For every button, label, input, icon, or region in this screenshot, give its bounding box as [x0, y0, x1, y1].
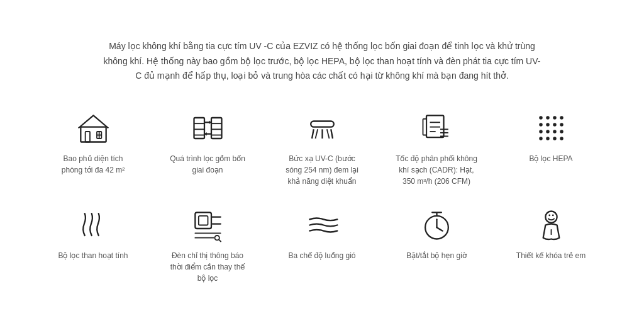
svg-line-48: [218, 239, 221, 242]
svg-rect-25: [423, 119, 426, 135]
svg-point-41: [539, 137, 543, 140]
feature-item-uvc-radiation: Bức xạ UV-C (bước sóng 254 nm) đem lại k…: [268, 109, 376, 187]
feature-item-indicator: Đèn chỉ thị thông báo thời điểm cần thay…: [153, 206, 262, 284]
svg-point-35: [553, 123, 557, 127]
carbon-icon: [74, 206, 112, 244]
svg-rect-1: [85, 132, 89, 142]
svg-point-42: [546, 137, 550, 140]
svg-point-43: [553, 137, 557, 140]
feature-item-child-lock: Thiết kế khóa trẻ em: [497, 206, 605, 284]
features-grid: Bao phủ diện tích phòng tới đa 42 m² Quá…: [39, 109, 605, 284]
svg-point-39: [553, 130, 557, 133]
feature-label-uvc-radiation: Bức xạ UV-C (bước sóng 254 nm) đem lại k…: [281, 153, 363, 187]
feature-item-timer: Bật/tắt bộ hẹn giờ: [382, 206, 491, 284]
timer-icon: [418, 206, 455, 244]
svg-point-44: [560, 137, 564, 140]
svg-point-32: [560, 116, 564, 120]
feature-label-hepa: Bộ lọc HEPA: [529, 153, 572, 164]
svg-point-37: [539, 130, 543, 133]
svg-line-19: [315, 129, 318, 139]
svg-rect-15: [311, 121, 334, 127]
feature-item-cadr: Tốc độ phân phối không khí sạch (CADR): …: [382, 109, 491, 187]
svg-point-55: [548, 214, 550, 216]
feature-label-wind-modes: Ba chế độ luồng gió: [288, 250, 355, 261]
child-lock-icon: [532, 206, 570, 244]
svg-point-33: [539, 123, 543, 127]
wind-modes-icon: [303, 206, 341, 244]
svg-line-18: [331, 129, 333, 139]
svg-line-20: [326, 129, 329, 139]
svg-point-34: [546, 123, 550, 127]
feature-item-coverage: Bao phủ diện tích phòng tới đa 42 m²: [39, 109, 147, 187]
svg-point-31: [553, 116, 557, 120]
svg-rect-46: [198, 216, 208, 225]
feature-label-filtration-stages: Quá trình lọc gồm bốn giai đoạn: [167, 153, 248, 176]
feature-item-wind-modes: Ba chế độ luồng gió: [268, 206, 376, 284]
feature-label-indicator: Đèn chỉ thị thông báo thời điểm cần thay…: [167, 250, 248, 284]
svg-rect-0: [80, 127, 106, 142]
svg-point-29: [539, 116, 543, 120]
svg-point-56: [552, 214, 553, 216]
svg-point-47: [214, 235, 219, 240]
svg-point-38: [546, 130, 550, 133]
indicator-icon: [189, 206, 226, 244]
svg-point-30: [546, 116, 550, 120]
feature-item-carbon: Bộ lọc than hoạt tính: [39, 206, 147, 284]
cadr-icon: [418, 109, 455, 147]
feature-item-hepa: Bộ lọc HEPA: [497, 109, 605, 187]
hepa-icon: [532, 109, 570, 147]
svg-point-36: [560, 123, 564, 127]
svg-line-16: [312, 129, 314, 139]
feature-label-child-lock: Thiết kế khóa trẻ em: [516, 250, 586, 261]
svg-line-51: [436, 227, 442, 231]
feature-label-timer: Bật/tắt bộ hẹn giờ: [406, 250, 467, 261]
svg-rect-45: [195, 212, 211, 229]
feature-label-coverage: Bao phủ diện tích phòng tới đa 42 m²: [52, 153, 134, 176]
feature-item-filtration-stages: Quá trình lọc gồm bốn giai đoạn: [153, 109, 262, 187]
product-description: Máy lọc không khí bằng tia cực tím UV -C…: [102, 39, 542, 84]
svg-point-54: [545, 211, 557, 222]
svg-point-40: [560, 130, 564, 133]
feature-label-carbon: Bộ lọc than hoạt tính: [58, 250, 128, 261]
feature-label-cadr: Tốc độ phân phối không khí sạch (CADR): …: [396, 153, 477, 187]
filtration-stages-icon: [189, 109, 226, 147]
coverage-icon: [74, 109, 112, 147]
uvc-radiation-icon: [303, 109, 341, 147]
